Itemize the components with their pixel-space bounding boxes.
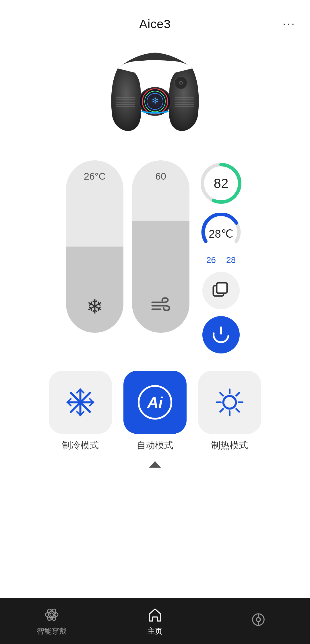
nav-home[interactable]: 主页 [103, 606, 207, 636]
home-icon [146, 606, 164, 623]
svg-rect-6 [116, 99, 135, 100]
svg-point-46 [50, 613, 53, 616]
auto-mode-item[interactable]: Ai 自动模式 [123, 371, 187, 452]
atom-icon [43, 606, 60, 623]
wind-slider[interactable]: 60 [132, 160, 189, 333]
mode-section: 制冷模式 Ai 自动模式 制热模式 [0, 353, 310, 460]
heat-mode-icon-box [198, 371, 261, 434]
svg-point-36 [223, 396, 236, 409]
nav-smart-wear[interactable]: 智能穿戴 [0, 606, 103, 636]
page-title: Aice3 [139, 17, 171, 31]
nav-third[interactable] [207, 611, 310, 631]
svg-marker-45 [149, 461, 161, 468]
svg-rect-11 [175, 99, 194, 100]
svg-point-51 [256, 618, 260, 622]
svg-rect-21 [217, 283, 227, 293]
svg-line-43 [236, 393, 239, 396]
temp-slider-fill [66, 247, 123, 333]
svg-text:✻: ✻ [152, 96, 158, 105]
device-image: ✻ ⊙ [100, 45, 210, 143]
svg-rect-7 [116, 102, 135, 103]
heat-mode-item[interactable]: 制热模式 [198, 371, 261, 452]
cool-mode-label: 制冷模式 [62, 439, 99, 452]
auto-mode-icon-box: Ai [123, 371, 187, 434]
svg-rect-14 [175, 106, 194, 107]
svg-line-42 [236, 409, 239, 412]
right-controls: 82 28℃ 26 28 [198, 160, 244, 353]
svg-rect-5 [116, 97, 135, 98]
ai-circle: Ai [138, 385, 172, 420]
temp-labels: 26 28 [206, 255, 236, 265]
device-icon [250, 611, 267, 628]
temp-max: 28 [226, 255, 236, 265]
mode-indicator-arrow [0, 460, 310, 472]
svg-rect-12 [175, 102, 194, 103]
more-menu-button[interactable]: ··· [283, 17, 296, 30]
snowflake-icon: ❄ [66, 295, 123, 318]
nav-home-label: 主页 [148, 626, 162, 636]
bottom-navigation: 智能穿戴 主页 [0, 598, 310, 644]
controls-section: 26°C ❄ 60 82 [0, 160, 310, 353]
nav-smart-wear-label: 智能穿戴 [37, 626, 67, 636]
svg-line-41 [220, 393, 223, 396]
svg-rect-9 [116, 106, 135, 107]
device-image-section: ✻ ⊙ [0, 37, 310, 160]
temp-ring: 28℃ 26 28 [198, 213, 244, 265]
power-button[interactable] [202, 316, 240, 353]
cool-mode-item[interactable]: 制冷模式 [49, 371, 112, 452]
auto-mode-label: 自动模式 [137, 439, 173, 452]
ai-label: Ai [147, 393, 163, 411]
svg-text:⊙: ⊙ [179, 80, 183, 86]
header: Aice3 ··· [0, 0, 310, 37]
temp-ring-value: 28℃ [209, 228, 233, 240]
temp-min: 26 [206, 255, 216, 265]
battery-ring: 82 [198, 160, 244, 206]
temp-slider-label: 26°C [66, 171, 123, 182]
heat-mode-label: 制热模式 [211, 439, 248, 452]
battery-value: 82 [214, 176, 228, 191]
wind-icon [132, 295, 189, 318]
cool-mode-icon-box [49, 371, 112, 434]
svg-rect-10 [175, 97, 194, 98]
svg-rect-13 [175, 104, 194, 105]
temperature-slider[interactable]: 26°C ❄ [66, 160, 123, 333]
svg-rect-8 [116, 104, 135, 105]
sync-button[interactable] [202, 272, 240, 309]
wind-slider-label: 60 [132, 171, 189, 182]
svg-line-44 [220, 409, 223, 412]
